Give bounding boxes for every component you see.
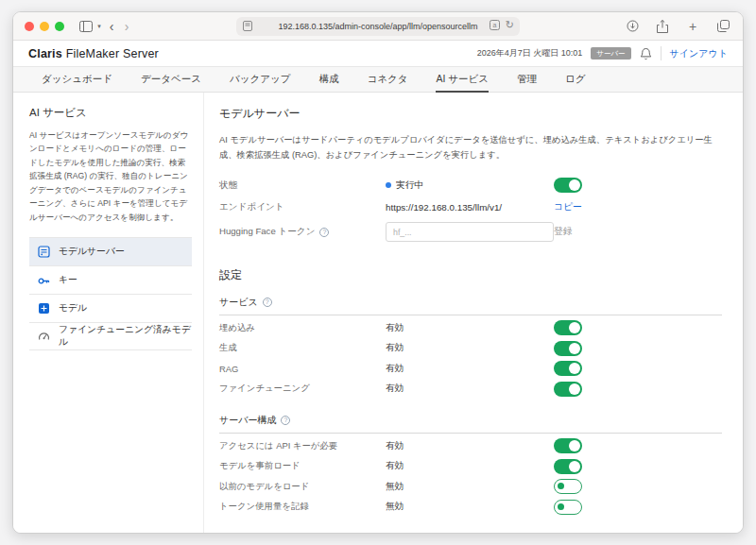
page-title: モデルサーバー [219, 106, 722, 122]
fine-tuned-models-icon [38, 331, 50, 343]
traffic-lights [25, 22, 64, 31]
status-label: 状態 [219, 179, 386, 192]
back-button[interactable]: ‹ [104, 19, 119, 34]
status-value: 実行中 [396, 179, 423, 192]
tab-ai-services[interactable]: AI サービス [436, 67, 489, 93]
sidebar-item-model-server[interactable]: モデルサーバー [29, 237, 192, 265]
endpoint-value: https://192.168.0.135/llm/v1/ [386, 202, 554, 213]
new-tab-icon[interactable]: + [684, 18, 701, 35]
services-heading: サービス? [219, 296, 722, 315]
sidebar-menu: モデルサーバー キー モデル ファインチューニング済みモデル [29, 237, 192, 350]
close-window-button[interactable] [25, 22, 34, 31]
reader-icon[interactable] [243, 21, 252, 31]
tab-logs[interactable]: ログ [565, 67, 586, 93]
notifications-bell-icon[interactable] [640, 47, 652, 60]
tab-configuration[interactable]: 構成 [318, 67, 338, 93]
endpoint-row: エンドポイント https://192.168.0.135/llm/v1/ コピ… [219, 196, 722, 218]
main-content: モデルサーバー AI モデルサーバーはサードパーティのモデルプロバイダにデータを… [203, 93, 743, 533]
sidebar-toggle-icon[interactable] [77, 18, 94, 35]
server-config-rows: アクセスには API キーが必要 有効 モデルを事前ロード 有効 以前のモデルを… [219, 434, 722, 523]
forward-button[interactable]: › [119, 19, 134, 34]
setting-row-api-key-required: アクセスには API キーが必要 有効 [219, 436, 722, 457]
model-server-toggle[interactable] [554, 178, 582, 193]
tab-databases[interactable]: データベース [141, 67, 201, 93]
setting-row-preload-models: モデルを事前ロード 有効 [219, 456, 722, 477]
log-token-usage-toggle[interactable] [554, 500, 582, 515]
help-icon[interactable]: ? [319, 228, 329, 237]
sidebar-title: AI サービス [29, 106, 192, 120]
address-bar[interactable]: 192.168.0.135/admin-console/app/llm/open… [236, 17, 520, 36]
rag-toggle[interactable] [554, 361, 582, 376]
sidebar-item-label: モデル [59, 302, 87, 315]
hf-token-row: Hugging Face トークン? 登録 [219, 218, 722, 247]
generation-toggle[interactable] [554, 341, 582, 356]
chevron-down-icon[interactable]: ▾ [94, 18, 104, 35]
app-header: Claris FileMaker Server 2026年4月7日 火曜日 10… [13, 41, 743, 67]
browser-window: ▾ ‹ › 192.168.0.135/admin-console/app/ll… [12, 11, 744, 534]
tab-connectors[interactable]: コネクタ [367, 67, 407, 93]
settings-title: 設定 [219, 267, 722, 283]
register-token-button[interactable]: 登録 [554, 226, 722, 238]
server-datetime: 2026年4月7日 火曜日 10:01 [477, 47, 583, 60]
minimize-window-button[interactable] [40, 22, 49, 31]
preload-models-toggle[interactable] [554, 459, 582, 474]
app-title: Claris FileMaker Server [28, 47, 159, 60]
preloaded-models-heading: 事前にロードされたモデル? [219, 532, 722, 533]
page-description: AI モデルサーバーはサードパーティのモデルプロバイダにデータを送信せずに、埋め… [219, 132, 722, 163]
models-icon [38, 302, 50, 315]
sidebar-description: AI サービスはオープンソースモデルのダウンロードとメモリへのロードの管理、ロー… [29, 128, 192, 224]
browser-toolbar: ▾ ‹ › 192.168.0.135/admin-console/app/ll… [13, 12, 743, 41]
sidebar-item-label: キー [59, 274, 77, 286]
setting-row-rag: RAG 有効 [219, 359, 722, 380]
status-row: 状態 実行中 [219, 175, 722, 196]
status-dot [386, 182, 391, 188]
tab-overview-icon[interactable] [714, 18, 731, 35]
svg-text:a: a [492, 22, 496, 28]
server-config-heading: サーバー構成? [219, 414, 722, 434]
copy-endpoint-button[interactable]: コピー [554, 201, 722, 213]
sidebar: AI サービス AI サービスはオープンソースモデルのダウンロードとメモリへのロ… [13, 93, 203, 533]
help-icon[interactable]: ? [263, 298, 272, 307]
server-badge: サーバー [591, 47, 630, 60]
tab-backups[interactable]: バックアップ [230, 67, 290, 93]
api-key-required-toggle[interactable] [554, 438, 582, 453]
hf-token-input[interactable] [386, 222, 554, 242]
setting-row-embedding: 埋め込み 有効 [219, 318, 722, 339]
reload-icon[interactable]: ↻ [506, 20, 514, 30]
sidebar-item-label: ファインチューニング済みモデル [59, 324, 192, 349]
setting-row-generation: 生成 有効 [219, 338, 722, 359]
tab-dashboard[interactable]: ダッシュボード [42, 67, 112, 93]
model-server-icon [38, 246, 50, 258]
signout-button[interactable]: サインアウト [670, 47, 728, 60]
url-text: 192.168.0.135/admin-console/app/llm/open… [278, 22, 477, 31]
tab-administration[interactable]: 管理 [517, 67, 537, 93]
setting-row-finetuning: ファインチューニング 有効 [219, 379, 722, 400]
share-icon[interactable] [654, 18, 671, 35]
sidebar-item-fine-tuned-models[interactable]: ファインチューニング済みモデル [29, 322, 192, 350]
setting-row-load-previous-models: 以前のモデルをロード 無効 [219, 477, 722, 498]
divider [661, 46, 662, 60]
setting-row-log-token-usage: トークン使用量を記録 無効 [219, 497, 722, 518]
help-icon[interactable]: ? [281, 416, 290, 425]
key-icon [38, 274, 50, 286]
downloads-icon[interactable] [624, 18, 641, 35]
hf-token-label: Hugging Face トークン [219, 226, 315, 238]
translate-icon[interactable]: a [490, 20, 500, 30]
sidebar-item-models[interactable]: モデル [29, 294, 192, 322]
main-nav: ダッシュボード データベース バックアップ 構成 コネクタ AI サービス 管理… [13, 67, 743, 93]
embedding-toggle[interactable] [554, 320, 582, 335]
sidebar-item-label: モデルサーバー [59, 246, 125, 258]
finetuning-toggle[interactable] [554, 382, 582, 397]
zoom-window-button[interactable] [55, 22, 64, 31]
sidebar-item-keys[interactable]: キー [29, 265, 192, 294]
services-rows: 埋め込み 有効 生成 有効 RAG 有効 ファインチューニング 有効 [219, 315, 722, 405]
load-previous-models-toggle[interactable] [554, 479, 582, 494]
endpoint-label: エンドポイント [219, 201, 386, 213]
